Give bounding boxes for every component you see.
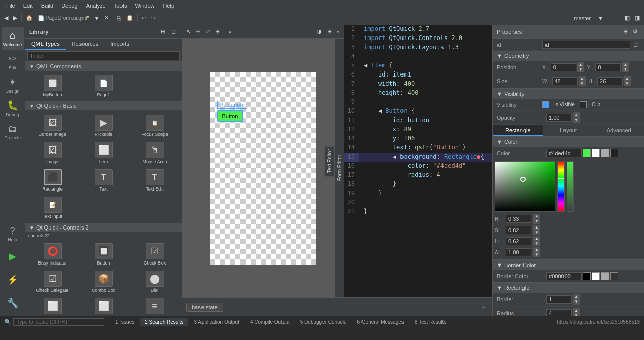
l-up[interactable]: ▲	[533, 236, 540, 241]
toolbar-back[interactable]: ◀	[2, 14, 10, 22]
prop-tab-advanced[interactable]: Advanced	[593, 125, 644, 136]
l-down[interactable]: ▼	[533, 241, 540, 246]
qtquick-basic-header[interactable]: ▼ Qt Quick - Basic	[25, 101, 182, 110]
l-spinner[interactable]: ▲ ▼	[533, 236, 540, 246]
menu-file[interactable]: File	[2, 2, 19, 10]
tab-general-messages[interactable]: 6 General Messages	[352, 318, 409, 326]
code-editor[interactable]: 1 import QtQuick 2.7 2 import QtQuick.Co…	[344, 25, 492, 297]
comp-border-image[interactable]: 🖼 Border Image	[27, 112, 77, 139]
x-input[interactable]	[551, 63, 576, 71]
locate-input[interactable]	[13, 318, 104, 326]
border-spinner[interactable]: ▲ ▼	[573, 294, 580, 305]
bc-swatch-black[interactable]	[583, 272, 591, 280]
prop-id-input[interactable]	[542, 41, 630, 49]
x-spinner[interactable]: ▲ ▼	[577, 62, 584, 72]
comp-checkbox[interactable]: ☑ Check Box	[130, 241, 180, 268]
bc-swatch-gray[interactable]	[601, 272, 609, 280]
toolbar-paste[interactable]: 📋	[124, 14, 135, 22]
y-up[interactable]: ▲	[622, 62, 629, 67]
base-state-btn[interactable]: base state	[186, 303, 223, 312]
comp-focus-scope[interactable]: 📋 Focus Scope	[130, 112, 180, 139]
library-scroll[interactable]: ▼ QML Components ⬜ MyButton 📄 Page1	[25, 62, 182, 316]
rectangle-section-header[interactable]: ▼ Rectangle	[493, 283, 644, 293]
library-btn-1[interactable]: ⊞	[158, 27, 167, 36]
alpha-slider[interactable]	[567, 161, 574, 212]
canvas-rect-label[interactable]: Rectangle	[217, 101, 248, 109]
comp-mouse-area[interactable]: 🖱 Mouse Area	[130, 140, 180, 166]
mode-build[interactable]: 🔧	[2, 292, 24, 315]
color-gradient-box[interactable]	[495, 161, 555, 212]
toolbar-close-tab[interactable]: ✕	[102, 14, 111, 22]
toolbar-file[interactable]: 📄 Page1Form.ui.qml*	[36, 14, 91, 22]
comp-text-input[interactable]: 📝 Text Input	[27, 195, 77, 221]
y-spinner[interactable]: ▲ ▼	[622, 62, 629, 72]
mode-debug[interactable]: 🐛 Debug	[2, 97, 24, 120]
w-down[interactable]: ▼	[579, 81, 586, 86]
comp-item-delegate[interactable]: ≡ Item Delegate	[130, 296, 180, 316]
toolbar-panel-right[interactable]: ◨	[633, 14, 642, 22]
prop-expand-btn[interactable]: ⊞	[621, 27, 630, 36]
prop-id-btn[interactable]: ◻	[631, 40, 640, 49]
comp-text[interactable]: T Text	[78, 167, 129, 194]
border-up[interactable]: ▲	[573, 294, 580, 299]
comp-item[interactable]: ⬜ Item	[78, 140, 129, 166]
is-visible-checkbox[interactable]	[542, 101, 549, 108]
a-up[interactable]: ▲	[533, 247, 540, 252]
library-btn-2[interactable]: ◻	[169, 27, 178, 36]
menu-analyze[interactable]: Analyze	[82, 2, 110, 10]
canvas-button[interactable]: Button	[217, 110, 244, 122]
canvas-select-btn[interactable]: ↖	[184, 27, 193, 36]
prop-tab-rectangle[interactable]: Rectangle	[493, 125, 543, 136]
mode-run[interactable]: ▶	[2, 246, 24, 268]
tab-compile-output[interactable]: 4 Compile Output	[245, 318, 295, 326]
bc-swatch-dark[interactable]	[610, 272, 618, 280]
comp-page1[interactable]: 📄 Page1	[78, 73, 129, 99]
comp-combo-box[interactable]: 📦 Combo Box	[78, 269, 129, 295]
comp-group-box[interactable]: ⬜ Group Box	[78, 296, 129, 316]
h-down[interactable]: ▼	[624, 81, 631, 86]
toolbar-branch-dropdown[interactable]: ▼	[596, 14, 606, 22]
prop-tab-layout[interactable]: Layout	[543, 125, 594, 136]
canvas-zoom-btn[interactable]: ⊞	[213, 27, 222, 36]
menu-tools[interactable]: Tools	[110, 2, 131, 10]
visibility-header[interactable]: ▼ Visibility	[493, 89, 644, 99]
toolbar-home[interactable]: 🏠	[24, 14, 35, 22]
comp-frame[interactable]: ⬜ Frame	[27, 296, 77, 316]
comp-rectangle[interactable]: ⬛ Rectangle	[27, 167, 77, 194]
radius-up[interactable]: ▲	[573, 308, 580, 313]
toolbar-copy[interactable]: ⎘	[115, 14, 123, 22]
menu-help[interactable]: Help	[159, 2, 179, 10]
border-color-input[interactable]	[546, 272, 582, 280]
toolbar-undo[interactable]: ↩	[140, 14, 148, 22]
toolbar-panel-left[interactable]: ◧	[623, 14, 632, 22]
border-down[interactable]: ▼	[573, 299, 580, 305]
s-up[interactable]: ▲	[533, 225, 540, 230]
canvas-more2[interactable]: »	[335, 28, 342, 36]
canvas-more[interactable]: »	[226, 28, 233, 36]
menu-build[interactable]: Build	[37, 2, 57, 10]
comp-mybutton[interactable]: ⬜ MyButton	[27, 73, 77, 99]
color-section-header[interactable]: ▼ Color	[493, 137, 644, 147]
comp-text-edit[interactable]: T Text Edit	[130, 167, 180, 194]
a-spinner[interactable]: ▲ ▼	[533, 247, 540, 257]
border-input[interactable]	[546, 295, 572, 304]
w-up[interactable]: ▲	[579, 76, 586, 81]
form-editor-panel[interactable]: Form Editor	[335, 39, 344, 297]
canvas-move-btn[interactable]: ✛	[194, 27, 203, 36]
tab-qml-types[interactable]: QML Types	[25, 39, 66, 50]
toolbar-forward[interactable]: ▶	[11, 14, 19, 22]
comp-flickable[interactable]: ▶ Flickable	[78, 112, 129, 139]
canvas-scale-btn[interactable]: ⤢	[204, 27, 212, 36]
menu-edit[interactable]: Edit	[19, 2, 37, 10]
h-value-input[interactable]	[506, 215, 531, 223]
color-swatch-black[interactable]	[610, 149, 618, 157]
w-spinner[interactable]: ▲ ▼	[579, 76, 586, 86]
comp-check-delegate[interactable]: ☑ Check Delegate	[27, 269, 77, 295]
mode-debug2[interactable]: ⚡	[2, 269, 24, 291]
tab-issues[interactable]: 1 Issues	[110, 318, 139, 326]
hue-slider[interactable]	[557, 161, 565, 212]
h-down[interactable]: ▼	[533, 219, 540, 224]
s-down[interactable]: ▼	[533, 230, 540, 235]
radius-input[interactable]	[546, 309, 572, 316]
h-up[interactable]: ▲	[533, 214, 540, 219]
